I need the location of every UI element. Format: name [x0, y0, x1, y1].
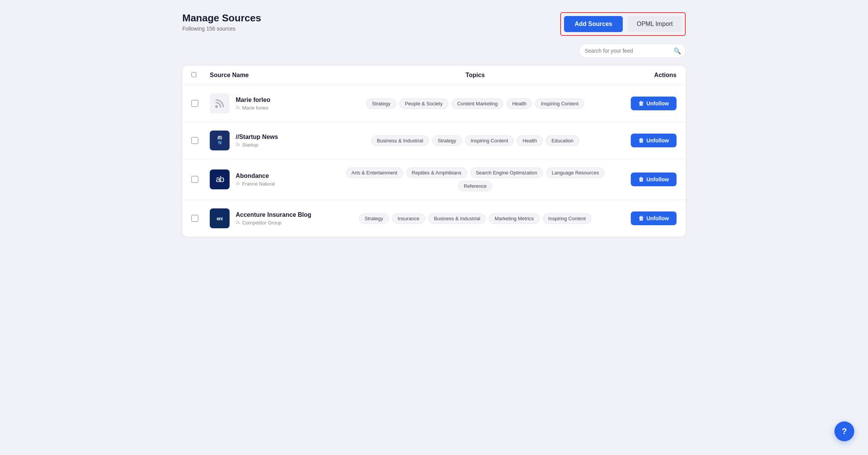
topic-badge: Reference [458, 181, 492, 191]
topic-badge: Strategy [359, 213, 389, 224]
rss-sub-icon [236, 105, 240, 111]
logo-text: N [218, 140, 221, 145]
source-logo [210, 94, 230, 113]
topic-badge: Reptiles & Amphibians [406, 168, 467, 178]
source-logo: eni [210, 208, 230, 228]
row-checkbox[interactable] [191, 176, 198, 183]
logo-text: ab [216, 174, 223, 184]
topics-col: Arts & Entertainment Reptiles & Amphibia… [342, 168, 608, 191]
unfollow-label: Unfollow [646, 137, 669, 144]
source-name: //Startup News [236, 134, 278, 140]
search-icon: 🔍 [674, 47, 681, 55]
source-sub-label: Marie forleo [242, 105, 268, 111]
unfollow-button[interactable]: 🗑 Unfollow [631, 97, 677, 110]
source-name: Accenture Insurance Blog [236, 211, 311, 218]
search-input[interactable] [579, 44, 686, 58]
source-name: Abondance [236, 173, 275, 179]
topic-badge: Business & Industrial [428, 213, 486, 224]
rss-sub-icon [236, 142, 240, 148]
trash-icon: 🗑 [638, 100, 644, 106]
source-logo: //S N [210, 131, 230, 150]
sources-table: Source Name Topics Actions Marie forleo [182, 66, 686, 237]
svg-point-0 [215, 105, 218, 108]
source-name-header: Source Name [210, 72, 342, 79]
topic-badge: Language Resources [546, 168, 605, 178]
topic-badge: People & Society [399, 98, 448, 109]
actions-header: Actions [608, 72, 677, 79]
source-sub: Competitor Group [236, 220, 311, 226]
header-left: Manage Sources Following 156 sources [182, 12, 261, 32]
topic-badge: Strategy [432, 136, 462, 146]
source-text-block: Accenture Insurance Blog Competitor Grou… [236, 211, 311, 226]
following-count: Following 156 sources [182, 26, 261, 32]
search-wrapper: 🔍 [579, 44, 686, 58]
search-bar-row: 🔍 [182, 44, 686, 58]
svg-point-3 [236, 184, 237, 185]
table-row: eni Accenture Insurance Blog Competitor … [182, 200, 686, 237]
svg-point-4 [236, 223, 237, 224]
topics-col: Strategy People & Society Content Market… [342, 98, 608, 109]
topic-badge: Inspiring Content [535, 98, 584, 109]
source-sub: Startup [236, 142, 278, 148]
topic-badge: Inspiring Content [465, 136, 514, 146]
source-sub-label: Competitor Group [242, 220, 281, 226]
topics-col: Business & Industrial Strategy Inspiring… [342, 136, 608, 146]
source-sub: France Natural [236, 181, 275, 187]
topic-badge: Insurance [392, 213, 425, 224]
source-info: ab Abondance France Natural [210, 169, 342, 189]
source-sub-label: Startup [242, 142, 258, 148]
svg-point-1 [236, 108, 237, 109]
source-name: Marie forleo [236, 97, 270, 103]
topic-badge: Strategy [366, 98, 396, 109]
help-fab-label: ? [842, 426, 847, 436]
topic-badge: Inspiring Content [543, 213, 592, 224]
select-all-checkbox[interactable] [191, 72, 196, 77]
topic-badge: Content Marketing [452, 98, 503, 109]
unfollow-button[interactable]: 🗑 Unfollow [631, 211, 677, 225]
actions-col: 🗑 Unfollow [608, 134, 677, 147]
row-checkbox[interactable] [191, 215, 198, 222]
unfollow-button[interactable]: 🗑 Unfollow [631, 134, 677, 147]
source-sub: Marie forleo [236, 105, 270, 111]
source-info: Marie forleo Marie forleo [210, 94, 342, 113]
unfollow-label: Unfollow [646, 100, 669, 106]
topic-badge: Business & Industrial [371, 136, 429, 146]
topic-badge: Search Engine Optimization [470, 168, 543, 178]
source-info: eni Accenture Insurance Blog Competitor … [210, 208, 342, 228]
source-text-block: //Startup News Startup [236, 134, 278, 148]
source-text-block: Abondance France Natural [236, 173, 275, 187]
help-fab-button[interactable]: ? [834, 421, 854, 441]
unfollow-button[interactable]: 🗑 Unfollow [631, 173, 677, 186]
opml-import-button[interactable]: OPML Import [627, 16, 682, 32]
actions-col: 🗑 Unfollow [608, 211, 677, 225]
row-checkbox-col [191, 176, 210, 183]
trash-icon: 🗑 [638, 176, 644, 182]
page-title: Manage Sources [182, 12, 261, 24]
topic-badge: Marketing Metrics [489, 213, 540, 224]
row-checkbox[interactable] [191, 137, 198, 144]
table-row: //S N //Startup News Startup Business & … [182, 122, 686, 159]
table-row: ab Abondance France Natural Arts & Enter… [182, 159, 686, 200]
source-text-block: Marie forleo Marie forleo [236, 97, 270, 111]
topic-badge: Health [506, 98, 532, 109]
svg-point-2 [236, 145, 237, 146]
logo-text: eni [217, 216, 223, 221]
add-sources-button[interactable]: Add Sources [564, 16, 623, 32]
row-checkbox-col [191, 215, 210, 222]
topic-badge: Education [546, 136, 579, 146]
row-checkbox[interactable] [191, 100, 198, 107]
topics-col: Strategy Insurance Business & Industrial… [342, 213, 608, 224]
rss-sub-icon [236, 220, 240, 226]
actions-col: 🗑 Unfollow [608, 173, 677, 186]
row-checkbox-col [191, 100, 210, 107]
trash-icon: 🗑 [638, 137, 644, 144]
trash-icon: 🗑 [638, 215, 644, 221]
table-header: Source Name Topics Actions [182, 66, 686, 85]
rss-sub-icon [236, 181, 240, 187]
actions-col: 🗑 Unfollow [608, 97, 677, 110]
unfollow-label: Unfollow [646, 176, 669, 182]
topic-badge: Arts & Entertainment [346, 168, 403, 178]
checkbox-header-col [191, 72, 210, 79]
topic-badge: Health [517, 136, 543, 146]
source-sub-label: France Natural [242, 181, 275, 187]
